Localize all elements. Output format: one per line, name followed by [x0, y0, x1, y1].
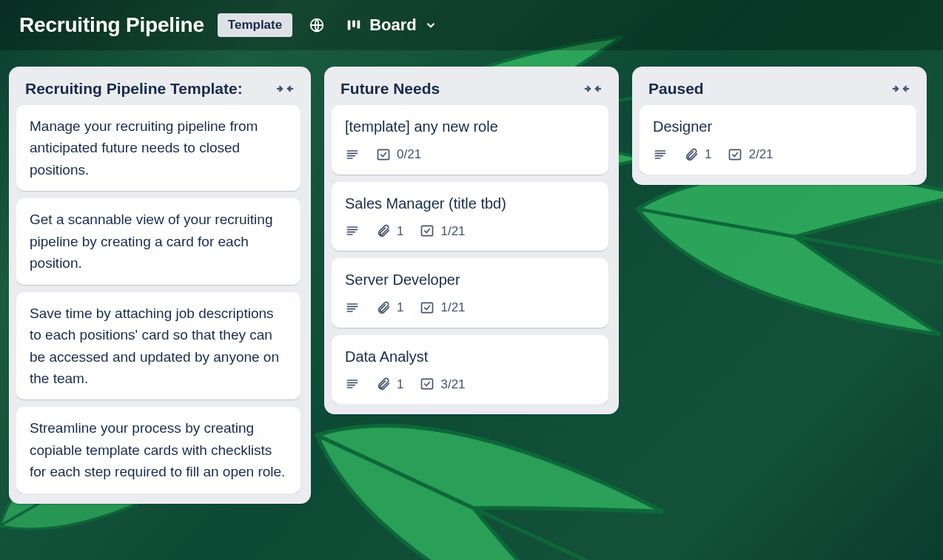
attachment-count: 1 — [705, 145, 711, 164]
card[interactable]: Streamline your process by creating copi… — [16, 407, 301, 493]
collapse-list-icon[interactable] — [583, 81, 603, 96]
attachment-count: 1 — [397, 298, 403, 317]
card-badges: 1 1/21 — [345, 298, 595, 317]
list-header: Future Needs — [332, 75, 611, 105]
attachment-count: 1 — [397, 375, 403, 394]
svg-rect-2 — [352, 21, 355, 27]
description-icon — [345, 223, 360, 238]
list-header: Recruiting Pipeline Template: — [16, 75, 303, 105]
view-switcher[interactable]: Board — [346, 16, 437, 35]
list-cards: Designer 1 2/21 — [640, 105, 919, 175]
list-title[interactable]: Recruiting Pipeline Template: — [25, 80, 243, 98]
description-icon — [345, 147, 360, 162]
card[interactable]: Designer 1 2/21 — [640, 105, 916, 175]
list-cards: [template] any new role 0/21 Sales Manag… — [332, 105, 611, 404]
globe-icon[interactable] — [306, 14, 328, 36]
list-title[interactable]: Paused — [648, 80, 704, 98]
list-paused[interactable]: Paused Designer 1 2/21 — [632, 67, 927, 185]
attachment-badge: 1 — [376, 298, 403, 317]
list-title[interactable]: Future Needs — [340, 80, 440, 98]
collapse-list-icon[interactable] — [275, 81, 295, 96]
card-title: [template] any new role — [345, 115, 595, 138]
card[interactable]: Get a scannable view of your recruiting … — [16, 198, 301, 284]
description-icon — [345, 377, 360, 391]
board-header: Recruiting Pipeline Template Board — [0, 0, 943, 50]
template-badge[interactable]: Template — [218, 13, 292, 37]
list-future-needs[interactable]: Future Needs [template] any new role 0/2… — [324, 67, 619, 414]
board-title[interactable]: Recruiting Pipeline — [19, 13, 204, 37]
checklist-count: 2/21 — [748, 145, 773, 164]
attachment-count: 1 — [397, 222, 403, 241]
svg-rect-5 — [422, 226, 433, 236]
card[interactable]: Server Developer 1 1/21 — [332, 258, 608, 328]
card[interactable]: Save time by attaching job descriptions … — [16, 292, 301, 400]
board-view-icon — [346, 17, 362, 33]
checklist-badge: 1/21 — [420, 222, 465, 241]
card[interactable]: Sales Manager (title tbd) 1 1/21 — [332, 182, 608, 252]
card-badges: 1 1/21 — [345, 222, 595, 241]
svg-rect-4 — [378, 149, 389, 159]
svg-rect-8 — [730, 149, 741, 159]
view-label: Board — [369, 16, 417, 35]
chevron-down-icon — [424, 18, 437, 32]
card-title: Server Developer — [345, 269, 595, 291]
description-icon — [345, 300, 360, 315]
card[interactable]: Data Analyst 1 3/21 — [332, 335, 608, 405]
card[interactable]: Manage your recruiting pipeline from ant… — [16, 105, 301, 191]
board-canvas[interactable]: Recruiting Pipeline Template: Manage you… — [0, 50, 943, 556]
svg-rect-3 — [358, 21, 360, 29]
list-header: Paused — [640, 75, 919, 105]
checklist-badge: 3/21 — [420, 375, 465, 394]
attachment-badge: 1 — [684, 145, 711, 164]
attachment-badge: 1 — [376, 375, 403, 394]
collapse-list-icon[interactable] — [891, 81, 910, 96]
card-badges: 0/21 — [345, 145, 595, 164]
svg-rect-1 — [348, 21, 351, 30]
checklist-count: 0/21 — [397, 145, 421, 164]
card-badges: 1 3/21 — [345, 375, 595, 394]
svg-rect-7 — [422, 379, 433, 389]
card-title: Sales Manager (title tbd) — [345, 192, 595, 215]
checklist-count: 1/21 — [440, 222, 465, 241]
card-title: Data Analyst — [345, 345, 595, 368]
attachment-badge: 1 — [376, 222, 403, 241]
card-badges: 1 2/21 — [653, 145, 903, 164]
card[interactable]: [template] any new role 0/21 — [332, 105, 608, 175]
checklist-badge: 1/21 — [420, 298, 465, 317]
svg-rect-6 — [422, 303, 433, 312]
list-recruiting-pipeline-template[interactable]: Recruiting Pipeline Template: Manage you… — [9, 67, 311, 504]
card-title: Designer — [653, 115, 903, 138]
checklist-count: 1/21 — [440, 298, 465, 317]
checklist-count: 3/21 — [440, 375, 465, 394]
description-icon — [653, 147, 668, 162]
checklist-badge: 0/21 — [376, 145, 421, 164]
list-cards: Manage your recruiting pipeline from ant… — [16, 105, 303, 493]
checklist-badge: 2/21 — [728, 145, 773, 164]
